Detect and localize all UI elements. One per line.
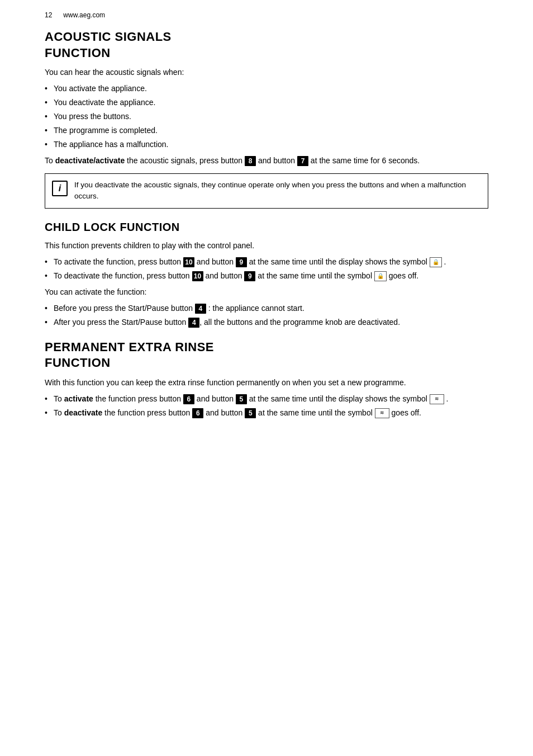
button-8-badge: 8 [245,156,256,166]
permanent-rinse-section: PERMANENT EXTRA RINSE FUNCTION With this… [45,339,488,419]
list-item: To activate the function press button 6 … [45,393,488,405]
button-5-badge-2: 5 [245,408,256,418]
acoustic-section: ACOUSTIC SIGNALS FUNCTION You can hear t… [45,29,488,209]
permanent-rinse-title: PERMANENT EXTRA RINSE FUNCTION [45,339,488,371]
list-item: Before you press the Start/Pause button … [45,303,488,314]
website: www.aeg.com [63,11,105,19]
child-lock-activate-note: You can activate the function: [45,286,488,298]
button-4-badge-2: 4 [188,318,199,328]
button-4-badge-1: 4 [195,304,206,314]
acoustic-deactivate-text: To deactivate/activate the acoustic sign… [45,155,488,167]
child-lock-symbol-2: 🔒 [374,271,387,281]
button-10-badge-1: 10 [183,257,194,267]
acoustic-bullets: You activate the appliance. You deactiva… [45,83,488,150]
button-6-badge-2: 6 [192,408,203,418]
list-item: To deactivate the function press button … [45,407,488,419]
button-6-badge-1: 6 [183,394,194,404]
list-item: To deactivate the function, press button… [45,270,488,282]
info-box-text: If you deactivate the acoustic signals, … [74,179,481,202]
page-header: 12 www.aeg.com [45,11,488,19]
child-lock-sub-bullets: Before you press the Start/Pause button … [45,303,488,328]
button-9-badge-1: 9 [236,257,247,267]
button-9-badge-2: 9 [244,271,255,281]
button-5-badge-1: 5 [236,394,247,404]
child-lock-intro: This function prevents children to play … [45,240,488,252]
info-icon: i [52,181,68,196]
rinse-symbol-2: ≋ [375,408,389,418]
permanent-rinse-bullets: To activate the function press button 6 … [45,393,488,419]
list-item: The programme is completed. [45,125,488,136]
child-lock-symbol-1: 🔒 [430,257,442,267]
list-item: After you press the Start/Pause button 4… [45,316,488,328]
permanent-rinse-intro: With this function you can keep the extr… [45,377,488,389]
button-7-badge: 7 [297,156,308,166]
list-item: You activate the appliance. [45,83,488,94]
acoustic-info-box: i If you deactivate the acoustic signals… [45,173,488,209]
child-lock-bullets: To activate the function, press button 1… [45,256,488,282]
acoustic-title: ACOUSTIC SIGNALS FUNCTION [45,29,488,61]
rinse-symbol-1: ≋ [430,394,444,404]
acoustic-intro: You can hear the acoustic signals when: [45,67,488,78]
list-item: To activate the function, press button 1… [45,256,488,268]
page-number: 12 [45,11,52,19]
child-lock-section: CHILD LOCK FUNCTION This function preven… [45,220,488,328]
button-10-badge-2: 10 [192,271,203,281]
list-item: You deactivate the appliance. [45,97,488,108]
list-item: You press the buttons. [45,111,488,122]
child-lock-title: CHILD LOCK FUNCTION [45,220,488,234]
list-item: The appliance has a malfunction. [45,139,488,150]
